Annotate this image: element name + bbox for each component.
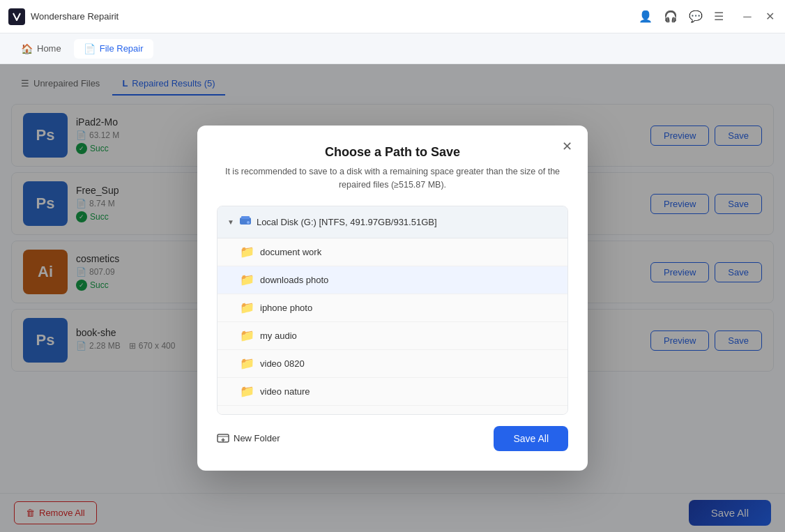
disk-drive-icon xyxy=(238,213,252,231)
modal-subtitle: It is recommended to save to a disk with… xyxy=(217,165,568,192)
tab-home[interactable]: 🏠 Home xyxy=(11,39,71,59)
new-folder-icon xyxy=(217,431,229,446)
list-item[interactable]: 📁 downloads photo xyxy=(218,266,567,294)
folder-icon: 📁 xyxy=(240,328,254,343)
folder-name: iphone photo xyxy=(260,303,312,313)
title-bar-left: Wondershare Repairit xyxy=(8,8,119,25)
folder-name: video 0820 xyxy=(260,358,305,369)
modal-footer: New Folder Save All xyxy=(217,426,568,451)
tab-file-repair[interactable]: 📄 File Repair xyxy=(74,39,153,59)
tab-file-repair-label: File Repair xyxy=(100,43,144,54)
list-item[interactable]: 📁 my audio xyxy=(218,322,567,350)
minimize-button[interactable]: ─ xyxy=(740,10,754,24)
svg-point-3 xyxy=(247,221,250,224)
tab-home-label: Home xyxy=(37,43,61,54)
app-logo xyxy=(8,8,25,25)
folder-icon: 📁 xyxy=(240,384,254,399)
folder-name: video student xyxy=(260,414,314,415)
list-item[interactable]: 📁 video 0820 xyxy=(218,350,567,378)
disk-arrow-icon: ▼ xyxy=(227,218,234,226)
modal-close-button[interactable]: ✕ xyxy=(557,137,577,156)
title-bar: Wondershare Repairit 👤 🎧 💬 ☰ ─ ✕ xyxy=(0,0,785,33)
main-content: ☰ Unrepaired Files L Repaired Results (5… xyxy=(0,64,785,532)
new-folder-button[interactable]: New Folder xyxy=(217,431,280,446)
list-item[interactable]: 📁 video nature xyxy=(218,378,567,406)
nav-bar: 🏠 Home 📄 File Repair xyxy=(0,33,785,64)
window-controls: ─ ✕ xyxy=(740,10,777,24)
folder-name: my audio xyxy=(260,330,297,341)
folder-icon: 📁 xyxy=(240,412,254,415)
close-button[interactable]: ✕ xyxy=(763,10,777,24)
modal-save-all-button[interactable]: Save All xyxy=(494,426,568,451)
list-item[interactable]: 📁 iphone photo xyxy=(218,294,567,322)
folder-name: downloads photo xyxy=(260,275,328,285)
disk-header[interactable]: ▼ Local Disk (G:) [NTFS, 491.97GB/931.51… xyxy=(218,206,567,238)
title-bar-right: 👤 🎧 💬 ☰ ─ ✕ xyxy=(639,10,777,24)
new-folder-label: New Folder xyxy=(234,433,280,443)
account-icon[interactable]: 👤 xyxy=(639,10,653,23)
home-icon: 🏠 xyxy=(21,43,33,54)
menu-icon[interactable]: ☰ xyxy=(714,10,724,23)
folder-tree[interactable]: ▼ Local Disk (G:) [NTFS, 491.97GB/931.51… xyxy=(217,206,568,415)
folder-name: video nature xyxy=(260,386,310,397)
chat-icon[interactable]: 💬 xyxy=(689,10,703,23)
svg-rect-2 xyxy=(241,216,250,219)
list-item[interactable]: 📁 document work xyxy=(218,238,567,266)
list-item[interactable]: 📁 video student xyxy=(218,406,567,415)
folder-icon: 📁 xyxy=(240,273,254,287)
folder-icon: 📁 xyxy=(240,245,254,259)
headphones-icon[interactable]: 🎧 xyxy=(664,10,678,23)
disk-label: Local Disk (G:) [NTFS, 491.97GB/931.51GB… xyxy=(257,217,437,227)
folder-icon: 📁 xyxy=(240,301,254,315)
file-repair-icon: 📄 xyxy=(84,43,96,54)
modal-title: Choose a Path to Save xyxy=(217,145,568,160)
modal-overlay[interactable]: ✕ Choose a Path to Save It is recommende… xyxy=(0,64,785,532)
app-title: Wondershare Repairit xyxy=(31,11,119,22)
folder-icon: 📁 xyxy=(240,356,254,371)
save-path-modal: ✕ Choose a Path to Save It is recommende… xyxy=(197,126,588,471)
folder-name: document work xyxy=(260,247,321,257)
